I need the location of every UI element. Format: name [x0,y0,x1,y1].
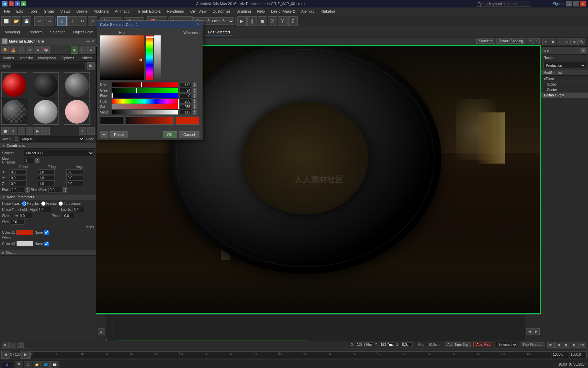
hue-spin-down[interactable]: ▼ [193,101,197,104]
whiteness-strip[interactable] [154,35,161,80]
val-input[interactable] [179,110,191,114]
map-channel-up[interactable]: ▲ [35,158,39,160]
sat-spin-down[interactable]: ▼ [193,107,197,109]
green-input[interactable] [179,88,191,93]
hue-input[interactable] [179,99,191,104]
noise-turbulence-radio[interactable] [59,201,63,206]
put-to-lib-btn[interactable]: 📚 [42,46,50,53]
next-key-btn[interactable]: ▶ [571,342,578,348]
blur-up[interactable]: ▲ [26,187,30,190]
modify-tab-btn[interactable]: ⬣ [550,39,556,45]
open-button[interactable]: 📂 [12,16,21,26]
sat-slider[interactable] [112,104,178,109]
menu-designmaker[interactable]: DesignMaker2 [268,9,298,14]
noise-regular-radio[interactable] [22,201,27,206]
threshold-low-input[interactable] [19,213,32,218]
show-hw-btn[interactable]: ⬡ [79,46,86,53]
noise-parameters-header[interactable]: ▼ Noise Parameters [0,195,96,200]
menu-modifiers[interactable]: Modifiers [91,9,112,14]
show-shaded-btn[interactable]: ◐ [71,46,78,53]
tab-freeform[interactable]: Freeform [24,29,46,35]
menu-civil-view[interactable]: Civil View [187,9,209,14]
track-scroll-left[interactable]: ◀ [526,328,533,335]
menu-customize[interactable]: Customize [210,9,233,14]
render-mode-dropdown[interactable]: Production [543,62,586,69]
toolbar-btn-e[interactable]: Y [278,16,288,26]
prev-frame-btn[interactable]: ⏮ [547,342,555,348]
layer-color-btn[interactable] [15,137,18,141]
tab-edit-selected[interactable]: Edit Selected [205,29,233,35]
noise-turbulence-label[interactable]: Turbulence [59,201,81,206]
noise-fractal-label[interactable]: Fractal [41,201,57,206]
color2-checkbox[interactable] [44,242,49,246]
search-btn[interactable]: 🔍 [87,62,95,70]
menu-file[interactable]: File [1,9,13,14]
video-btn[interactable]: ▶ [34,127,42,135]
add-time-tag-btn[interactable]: Add Time Tag [445,342,471,347]
checker-bg-btn[interactable]: ⬞ [26,127,33,135]
auto-key-btn[interactable]: Auto Key [473,342,493,347]
ok-btn[interactable]: OK [163,131,177,138]
prev-key-btn[interactable]: ◀ [555,342,562,348]
reset-btn[interactable]: ↺ [26,46,33,53]
toolbar-btn-d[interactable]: X [268,16,277,26]
x-offset-input[interactable] [10,169,27,175]
val-spin-down[interactable]: ▼ [193,112,197,114]
nav-utilities[interactable]: Utilities [78,55,93,61]
hierarchy-tab-btn[interactable]: ⬡ [557,39,564,45]
modifier-xform[interactable]: xForm [541,76,588,82]
red-input[interactable] [179,82,191,87]
dialog-close-btn[interactable]: × [197,22,199,27]
color1-swatch[interactable] [16,230,33,235]
save-button[interactable]: 💾 [22,16,31,26]
next-frame-btn[interactable]: ⏭ [578,342,586,348]
display-tab-btn[interactable]: ◉ [571,39,578,45]
sat-input[interactable] [179,104,191,109]
make-unique-btn[interactable]: ★ [34,46,42,53]
backlight-btn[interactable]: ☀ [10,127,17,135]
color-picker-area[interactable] [100,35,199,80]
blur-down[interactable]: ▼ [26,190,30,193]
z-offset-input[interactable] [10,181,27,186]
time-input[interactable] [552,351,569,358]
new-button[interactable]: ⬜ [1,16,11,26]
taskbar-2[interactable]: ⊡ [24,361,32,368]
green-spin-up[interactable]: ▲ [193,88,197,90]
nav-modes[interactable]: Modes [1,55,15,61]
menu-help[interactable]: Help [255,9,268,14]
background-btn[interactable]: ⬛ [18,127,25,135]
material-ball-3[interactable] [1,99,27,125]
y-offset-input[interactable] [10,175,27,181]
tab-selection[interactable]: Selection [47,29,69,35]
multiview-btn[interactable]: ⊞ [42,127,50,135]
x-tiling-input[interactable] [38,169,55,175]
color1-checkbox[interactable] [44,230,49,235]
toolbar-btn-a[interactable]: ▶ [237,16,247,26]
sample-type-btn[interactable]: ⬤ [1,127,9,135]
search-box[interactable]: Type a keyword or phrase [476,1,531,7]
select-button[interactable]: ⊕ [57,16,67,26]
hue-strip[interactable] [146,35,153,80]
red-spin-up[interactable]: ▲ [193,82,197,85]
taskbar-3[interactable]: 📁 [33,361,41,368]
toolbar-btn-f[interactable]: Z [288,16,298,26]
red-slider[interactable] [112,82,178,87]
status-icon-3[interactable]: ◯ [17,342,24,348]
taskbar-1[interactable]: 🔍 [15,361,23,368]
me-close-btn[interactable]: × [92,39,94,44]
taskbar-5[interactable]: 📧 [50,361,59,368]
blur-offset-up[interactable]: ▲ [63,187,67,190]
color-gradient-box[interactable] [100,35,144,80]
put-material-btn[interactable]: 📥 [10,46,17,53]
start-btn[interactable]: ⊞ [2,361,12,368]
move-button[interactable]: ✛ [67,16,77,26]
motion-tab-btn[interactable]: ▷ [564,39,571,45]
viewport-close-btn[interactable]: × [534,38,540,44]
modifier-center[interactable]: Center [541,87,588,93]
name-options-btn[interactable]: ▼ [581,48,586,53]
end-frame-input[interactable] [570,351,587,358]
map-channel-input[interactable] [24,158,34,163]
modifier-editable-poly[interactable]: Editable Poly [541,93,588,98]
me-minimize-btn[interactable]: — [86,39,90,44]
val-slider[interactable] [112,110,178,114]
